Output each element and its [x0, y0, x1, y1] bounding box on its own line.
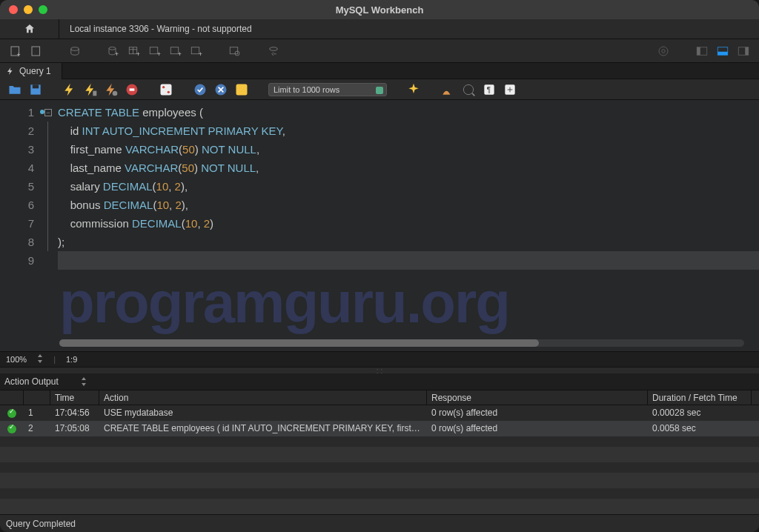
explain-icon[interactable] [104, 82, 119, 97]
svg-point-35 [168, 90, 170, 93]
output-type-select[interactable]: Action Output [4, 376, 81, 387]
minimize-window-button[interactable] [24, 5, 33, 14]
line-number-gutter: 123456789 [0, 100, 44, 351]
execute-current-icon[interactable] [83, 82, 98, 97]
window-title: MySQL Workbench [336, 4, 424, 16]
col-duration[interactable]: Duration / Fetch Time [648, 390, 752, 405]
svg-text:+: + [17, 50, 21, 58]
query-tab-label: Query 1 [19, 66, 51, 76]
query-tab[interactable]: Query 1 [0, 63, 62, 79]
beautify-icon[interactable] [406, 82, 421, 97]
svg-point-3 [71, 47, 79, 50]
svg-text:+: + [115, 50, 119, 57]
col-action[interactable]: Action [99, 390, 427, 405]
col-time[interactable]: Time [50, 390, 99, 405]
home-tab[interactable] [0, 19, 59, 39]
svg-rect-29 [93, 90, 96, 96]
svg-rect-16 [230, 47, 238, 53]
inspector-icon[interactable] [67, 43, 83, 59]
footer-status: Query Completed [6, 519, 76, 529]
wrap-icon[interactable]: ¶ [482, 82, 497, 97]
titlebar: MySQL Workbench [0, 0, 759, 19]
limit-rows-label: Limit to 1000 rows [274, 85, 339, 94]
toggle-whitespace-icon[interactable] [159, 82, 173, 97]
svg-point-18 [270, 47, 278, 50]
connection-tab[interactable]: Local instance 3306 - Warning - not supp… [59, 19, 262, 39]
svg-rect-28 [33, 84, 39, 88]
success-icon [7, 409, 16, 418]
svg-point-19 [659, 47, 668, 56]
cursor-position: 1:9 [66, 355, 77, 364]
svg-point-17 [235, 51, 239, 56]
open-sql-script-icon[interactable] [28, 43, 44, 59]
success-icon [7, 425, 16, 433]
chevron-updown-icon [81, 377, 87, 386]
col-response[interactable]: Response [427, 390, 648, 405]
svg-point-20 [662, 49, 666, 53]
output-row[interactable]: 217:05:08CREATE TABLE employees ( id INT… [0, 421, 759, 436]
svg-rect-10 [150, 47, 158, 53]
footer-statusbar: Query Completed [0, 514, 759, 532]
panel-bottom-icon[interactable] [715, 43, 731, 59]
output-header: Action Output [0, 373, 759, 390]
svg-point-39 [463, 84, 473, 94]
svg-text:+: + [199, 50, 202, 57]
svg-rect-33 [161, 84, 172, 95]
main-toolbar: + + + + + + [0, 39, 759, 63]
create-function-icon[interactable]: + [188, 43, 205, 59]
svg-text:¶: ¶ [487, 86, 491, 94]
code-area[interactable]: CREATE TABLE employees ( id INT AUTO_INC… [58, 100, 759, 351]
create-table-icon[interactable]: + [126, 43, 142, 59]
svg-point-34 [162, 86, 165, 88]
autocommit-icon[interactable] [234, 82, 249, 97]
zoom-level[interactable]: 100% [6, 355, 27, 364]
commit-icon[interactable] [193, 82, 208, 97]
search-table-data-icon[interactable] [227, 43, 243, 59]
svg-rect-12 [170, 47, 179, 53]
horizontal-scrollbar[interactable] [59, 339, 744, 347]
output-row[interactable]: 117:04:56USE mydatabase0 row(s) affected… [0, 405, 759, 421]
fold-column: − [44, 100, 58, 351]
new-sql-tab-icon[interactable]: + [7, 43, 24, 59]
open-file-icon[interactable] [7, 82, 22, 97]
invisible-chars-icon[interactable] [461, 82, 476, 97]
create-view-icon[interactable]: + [147, 43, 163, 59]
svg-rect-22 [697, 47, 700, 55]
panel-left-icon[interactable] [694, 43, 710, 59]
save-file-icon[interactable] [28, 82, 43, 97]
svg-line-40 [472, 93, 474, 96]
svg-text:+: + [136, 50, 140, 57]
connection-tabs: Local instance 3306 - Warning - not supp… [0, 19, 759, 39]
create-procedure-icon[interactable]: + [168, 43, 184, 59]
svg-rect-32 [130, 88, 135, 90]
svg-rect-14 [191, 47, 199, 53]
sql-editor[interactable]: 123456789 − CREATE TABLE employees ( id … [0, 100, 759, 351]
reconnect-icon[interactable] [265, 43, 282, 59]
maximize-window-button[interactable] [39, 5, 47, 14]
create-schema-icon[interactable]: + [105, 43, 122, 59]
svg-text:+: + [157, 50, 161, 57]
settings-icon[interactable] [655, 43, 672, 59]
zoom-updown-icon[interactable] [37, 354, 43, 365]
execute-icon[interactable] [62, 82, 77, 97]
snippets-icon[interactable] [503, 82, 517, 97]
query-tab-bar: Query 1 [0, 63, 759, 79]
limit-rows-select[interactable]: Limit to 1000 rows [268, 83, 387, 96]
rollback-icon[interactable] [213, 82, 228, 97]
output-grid-header: Time Action Response Duration / Fetch Ti… [0, 390, 759, 405]
editor-toolbar: Limit to 1000 rows ¶ [0, 79, 759, 100]
svg-rect-24 [717, 51, 728, 55]
close-window-button[interactable] [9, 5, 18, 14]
svg-text:+: + [178, 50, 182, 57]
splitter[interactable]: : : [0, 368, 759, 373]
panel-right-icon[interactable] [735, 43, 752, 59]
svg-point-30 [113, 90, 118, 96]
editor-statusbar: 100% | 1:9 [0, 351, 759, 368]
svg-rect-38 [236, 84, 248, 95]
connection-tab-label: Local instance 3306 - Warning - not supp… [70, 24, 252, 34]
svg-rect-2 [32, 47, 40, 56]
stop-icon[interactable] [125, 82, 139, 97]
find-icon[interactable] [440, 82, 455, 97]
svg-point-36 [195, 84, 206, 95]
svg-rect-26 [745, 47, 749, 55]
